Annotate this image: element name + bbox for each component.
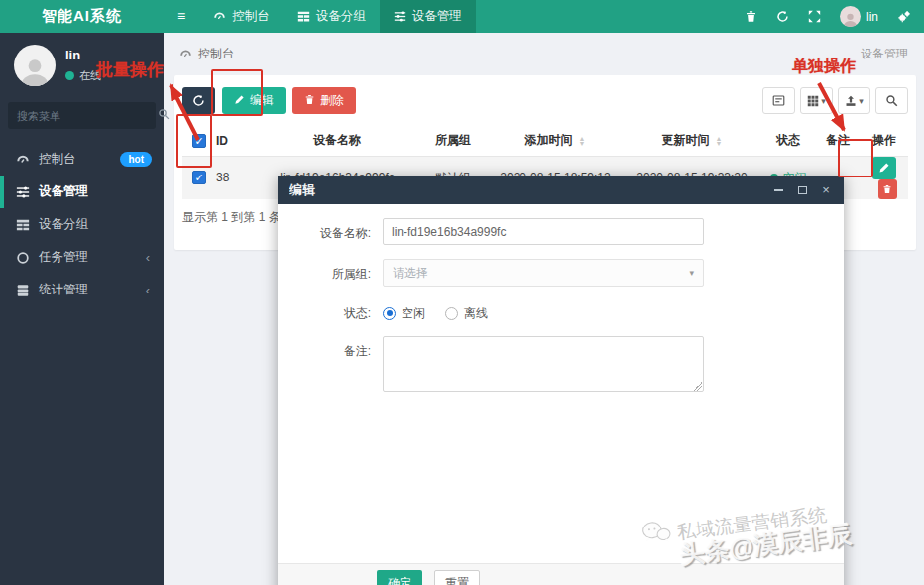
modal-window-controls: × — [772, 184, 832, 196]
row-edit-button[interactable] — [872, 157, 896, 179]
radio-idle[interactable]: 空闲 — [383, 305, 425, 322]
columns-button[interactable]: ▾ — [800, 87, 833, 114]
online-status-label: 在线 — [79, 68, 101, 83]
online-status[interactable]: 在线 — [65, 68, 101, 83]
radio-offline[interactable]: 离线 — [445, 305, 488, 322]
group-select[interactable]: 请选择 ▾ — [383, 259, 704, 287]
clear-cache-trash-icon[interactable] — [745, 10, 757, 23]
sidebar-profile: lin 在线 — [0, 33, 164, 94]
toolbar-right-group: ▾ ▾ — [762, 87, 908, 114]
app-logo: 智能AI系统 — [0, 7, 164, 26]
modal-header[interactable]: 编辑 × — [278, 176, 844, 204]
sort-icon[interactable]: ▲▼ — [716, 136, 723, 146]
edit-modal: 编辑 × 设备名称: 所属组: 请选择 ▾ 状态: 空闲 离线 备注: — [278, 176, 844, 585]
table-toolbar: 编辑 删除 ▾ ▾ — [174, 75, 916, 124]
modal-body: 设备名称: 所属组: 请选择 ▾ 状态: 空闲 离线 备注: — [278, 204, 844, 395]
group-label: 所属组: — [288, 259, 371, 287]
breadcrumb-item[interactable]: 控制台 — [198, 46, 234, 62]
sidebar-item-device-groups[interactable]: 设备分组 — [0, 208, 164, 241]
delete-button-label: 删除 — [320, 92, 344, 109]
online-dot-icon — [65, 71, 74, 80]
nav-tab-label: 设备管理 — [412, 8, 462, 25]
search-icon — [158, 108, 170, 123]
modal-title: 编辑 — [289, 181, 315, 199]
card-view-button[interactable] — [762, 87, 795, 114]
refresh-icon[interactable] — [776, 10, 789, 23]
hamburger-menu-icon[interactable]: ≡ — [164, 0, 199, 33]
grid-icon — [16, 218, 30, 232]
fullscreen-icon[interactable] — [808, 10, 821, 23]
breadcrumb-current-page: 设备管理 — [861, 46, 908, 62]
sidebar-item-label: 设备管理 — [39, 183, 88, 200]
remark-textarea[interactable] — [383, 336, 704, 392]
sidebar-search-input[interactable] — [17, 110, 158, 122]
header-status[interactable]: 状态 — [761, 126, 815, 156]
sidebar-item-label: 任务管理 — [39, 249, 88, 266]
refresh-button[interactable] — [182, 87, 215, 114]
navbar-right-tools: lin — [745, 6, 924, 27]
cell-id: 38 — [216, 156, 256, 199]
nav-tab-label: 设备分组 — [316, 8, 366, 25]
sidebar: lin 在线 控制台 hot 设备管理 设备分组 任务管理 ‹ 统计管理 ‹ — [0, 33, 164, 585]
sidebar-search[interactable] — [8, 102, 156, 129]
grid-icon — [297, 10, 311, 24]
sort-icon[interactable]: ▲▼ — [579, 136, 586, 146]
radio-unchecked-icon — [445, 307, 458, 320]
remark-label: 备注: — [288, 336, 371, 395]
header-device-name[interactable]: 设备名称 — [256, 126, 418, 156]
minimize-icon[interactable] — [772, 184, 784, 196]
username-label: lin — [866, 10, 878, 24]
header-updated-time[interactable]: 更新时间▲▼ — [623, 126, 761, 156]
search-toggle-button[interactable] — [875, 87, 908, 114]
settings-cog-icon[interactable] — [897, 10, 910, 23]
resize-grip-icon[interactable] — [693, 382, 702, 391]
profile-avatar[interactable] — [14, 45, 56, 86]
confirm-button[interactable]: 确定 — [377, 570, 422, 585]
sidebar-item-label: 统计管理 — [39, 282, 88, 298]
header-operations[interactable]: 操作 — [861, 126, 908, 156]
export-button[interactable]: ▾ — [838, 87, 870, 114]
delete-button[interactable]: 删除 — [292, 87, 356, 114]
stats-book-icon — [16, 284, 30, 297]
caret-down-icon: ▾ — [859, 96, 864, 106]
sidebar-item-label: 设备分组 — [39, 216, 88, 233]
sidebar-item-task-management[interactable]: 任务管理 ‹ — [0, 241, 164, 274]
user-menu[interactable]: lin — [840, 6, 878, 27]
nav-tab-device-groups[interactable]: 设备分组 — [284, 0, 380, 33]
modal-footer: 确定 重置 — [278, 563, 844, 585]
select-all-checkbox[interactable]: ✓ — [192, 134, 206, 148]
caret-down-icon: ▾ — [821, 96, 826, 106]
sliders-icon — [16, 185, 30, 199]
sidebar-item-console[interactable]: 控制台 hot — [0, 143, 164, 176]
maximize-icon[interactable] — [796, 184, 808, 196]
close-icon[interactable]: × — [820, 184, 832, 196]
hot-badge: hot — [120, 152, 152, 167]
row-delete-button[interactable] — [878, 179, 897, 199]
status-label: 状态: — [288, 300, 371, 322]
sidebar-item-statistics[interactable]: 统计管理 ‹ — [0, 274, 164, 306]
header-remark[interactable]: 备注 — [815, 126, 861, 156]
table-header-row: ✓ ID 设备名称 所属组 添加时间▲▼ 更新时间▲▼ 状态 备注 操作 — [182, 126, 908, 156]
nav-tab-device-management[interactable]: 设备管理 — [380, 0, 476, 33]
header-added-time[interactable]: 添加时间▲▼ — [488, 126, 623, 156]
circle-icon — [16, 251, 30, 265]
user-avatar — [840, 6, 861, 27]
edit-button-label: 编辑 — [250, 92, 274, 109]
header-group[interactable]: 所属组 — [418, 126, 488, 156]
trash-icon — [304, 94, 315, 108]
sidebar-item-label: 控制台 — [39, 151, 76, 168]
reset-button[interactable]: 重置 — [434, 570, 480, 585]
nav-tab-console[interactable]: 控制台 — [199, 0, 284, 33]
chevron-left-icon: ‹ — [146, 250, 150, 265]
dashboard-icon — [16, 153, 30, 167]
header-id[interactable]: ID — [216, 126, 256, 156]
profile-username: lin — [65, 48, 101, 62]
nav-tab-label: 控制台 — [232, 8, 270, 25]
dashboard-icon — [213, 10, 227, 24]
row-checkbox[interactable]: ✓ — [192, 171, 206, 184]
device-name-input[interactable] — [383, 218, 704, 245]
device-name-label: 设备名称: — [288, 218, 371, 245]
sliders-icon — [394, 10, 407, 24]
sidebar-item-device-management[interactable]: 设备管理 — [0, 176, 164, 208]
edit-button[interactable]: 编辑 — [222, 87, 286, 114]
